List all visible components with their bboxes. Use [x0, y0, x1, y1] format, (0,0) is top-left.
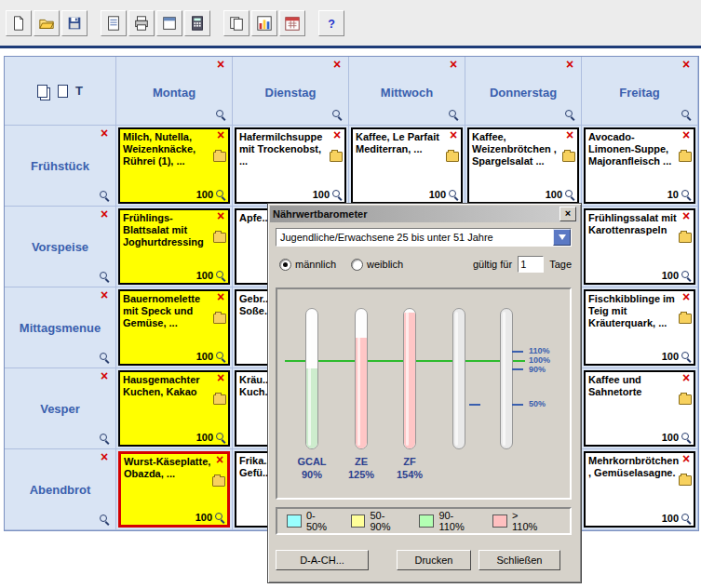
- row-header-mittagsmenue[interactable]: Mittagsmenue: [5, 287, 116, 368]
- magnifier-icon[interactable]: [681, 110, 692, 120]
- magnifier-icon[interactable]: [215, 513, 225, 523]
- edit-icon[interactable]: [562, 152, 575, 162]
- day-header-donnerstag[interactable]: Donnerstag: [465, 57, 582, 126]
- magnifier-icon[interactable]: [449, 190, 459, 200]
- chevron-down-icon[interactable]: [553, 229, 571, 246]
- dialog-titlebar[interactable]: Nährwertbarometer: [270, 206, 579, 222]
- magnifier-icon[interactable]: [681, 271, 692, 281]
- edit-icon[interactable]: [679, 314, 692, 324]
- magnifier-icon[interactable]: [100, 353, 110, 363]
- age-group-select[interactable]: Jugendliche/Erwachsene 25 bis unter 51 J…: [276, 228, 572, 247]
- day-header-mittwoch[interactable]: Mittwoch: [349, 57, 465, 126]
- edit-icon[interactable]: [213, 394, 226, 405]
- text-mode-label[interactable]: T: [75, 84, 83, 98]
- edit-icon[interactable]: [446, 152, 459, 162]
- delete-icon[interactable]: [681, 372, 692, 383]
- print-dialog-button[interactable]: Drucken: [397, 550, 471, 570]
- help-button[interactable]: ?: [318, 10, 344, 36]
- meal-cell-vorspeise-montag[interactable]: Frühlings-Blattsalat mit Joghurtdressing…: [116, 207, 233, 287]
- row-header-fruehstueck[interactable]: Frühstück: [5, 126, 116, 207]
- day-header-dienstag[interactable]: Dienstag: [233, 57, 349, 126]
- meal-cell-abendbrot-montag[interactable]: Wurst-Käseplatte, Obazda, ... 100: [116, 449, 233, 530]
- magnifier-icon[interactable]: [216, 190, 226, 200]
- edit-icon[interactable]: [679, 233, 692, 243]
- row-header-abendbrot[interactable]: Abendbrot: [5, 449, 116, 530]
- meal-cell-fruehstueck-dienstag[interactable]: Hafermilchsuppe mit Trockenobst, ... 100: [233, 126, 349, 207]
- delete-icon[interactable]: [215, 372, 226, 383]
- window-button[interactable]: [156, 10, 182, 36]
- meal-cell-fruehstueck-mittwoch[interactable]: Kaffee, Le Parfait Mediterran, ... 100: [349, 126, 465, 207]
- edit-icon[interactable]: [213, 233, 226, 243]
- delete-icon[interactable]: [681, 291, 692, 302]
- radio-female-circle[interactable]: [351, 259, 363, 271]
- magnifier-icon[interactable]: [449, 110, 459, 120]
- radio-male[interactable]: männlich: [279, 259, 336, 271]
- meal-cell-mittagsmenue-freitag[interactable]: Fischkibblinge im Teig mit Kräuterquark,…: [582, 287, 698, 368]
- magnifier-icon[interactable]: [565, 110, 575, 120]
- save-button[interactable]: [61, 10, 88, 36]
- radio-male-circle[interactable]: [279, 259, 291, 271]
- delete-icon[interactable]: [681, 129, 692, 140]
- magnifier-icon[interactable]: [100, 191, 110, 201]
- delete-icon[interactable]: [448, 59, 459, 70]
- calendar-button[interactable]: [279, 10, 305, 36]
- edit-icon[interactable]: [213, 314, 226, 324]
- magnifier-icon[interactable]: [216, 433, 226, 443]
- magnifier-icon[interactable]: [100, 514, 110, 525]
- statistics-button[interactable]: [251, 10, 277, 36]
- meal-cell-fruehstueck-montag[interactable]: Milch, Nutella, Weizenknäcke, Rührei (1)…: [116, 126, 233, 207]
- delete-icon[interactable]: [564, 59, 575, 70]
- row-header-vorspeise[interactable]: Vorspeise: [5, 207, 116, 287]
- dach-button[interactable]: D-A-CH...: [276, 550, 369, 570]
- meal-cell-fruehstueck-freitag[interactable]: Avocado-Limonen-Suppe, Majoranfleisch ..…: [582, 126, 698, 207]
- copy-button[interactable]: [223, 10, 249, 36]
- delete-icon[interactable]: [448, 129, 459, 140]
- delete-icon[interactable]: [99, 370, 110, 381]
- print-button[interactable]: [128, 10, 155, 36]
- edit-icon[interactable]: [679, 394, 692, 405]
- page-icon[interactable]: [58, 85, 68, 98]
- edit-icon[interactable]: [213, 152, 226, 162]
- radio-female[interactable]: weiblich: [351, 259, 403, 271]
- close-dialog-button[interactable]: Schließen: [479, 550, 560, 570]
- delete-icon[interactable]: [215, 210, 226, 221]
- magnifier-icon[interactable]: [100, 272, 110, 282]
- delete-icon[interactable]: [331, 129, 343, 140]
- delete-icon[interactable]: [99, 127, 110, 139]
- row-header-vesper[interactable]: Vesper: [5, 368, 116, 449]
- magnifier-icon[interactable]: [681, 433, 692, 443]
- edit-icon[interactable]: [330, 152, 343, 162]
- magnifier-icon[interactable]: [681, 514, 692, 524]
- meal-cell-mittagsmenue-montag[interactable]: Bauernomelette mit Speck und Gemüse, ...…: [116, 287, 233, 368]
- delete-icon[interactable]: [681, 453, 692, 464]
- day-header-montag[interactable]: Montag: [116, 57, 233, 126]
- magnifier-icon[interactable]: [565, 190, 575, 200]
- meal-cell-vesper-freitag[interactable]: Kaffee und Sahnetorte 100: [582, 368, 698, 449]
- corner-cell[interactable]: T: [5, 57, 116, 126]
- calculator-button[interactable]: [184, 10, 210, 36]
- delete-icon[interactable]: [564, 129, 575, 140]
- delete-icon[interactable]: [99, 451, 110, 462]
- magnifier-icon[interactable]: [100, 434, 110, 444]
- valid-days-input[interactable]: [518, 256, 544, 273]
- magnifier-icon[interactable]: [216, 110, 226, 120]
- meal-cell-vorspeise-freitag[interactable]: Frühlingssalat mit Karottenraspeln 100: [582, 207, 698, 287]
- report-button[interactable]: [101, 10, 127, 36]
- delete-icon[interactable]: [681, 210, 692, 221]
- open-button[interactable]: [34, 10, 60, 36]
- magnifier-icon[interactable]: [216, 352, 226, 362]
- delete-icon[interactable]: [215, 291, 226, 302]
- new-document-button[interactable]: [6, 10, 32, 36]
- delete-icon[interactable]: [214, 454, 225, 465]
- magnifier-icon[interactable]: [681, 352, 692, 362]
- close-icon[interactable]: [559, 207, 576, 221]
- delete-icon[interactable]: [99, 208, 110, 220]
- edit-icon[interactable]: [679, 152, 692, 162]
- edit-icon[interactable]: [212, 476, 225, 487]
- delete-icon[interactable]: [215, 129, 226, 140]
- meal-cell-fruehstueck-donnerstag[interactable]: Kaffee, Weizenbrötchen , Spargelsalat ..…: [465, 126, 582, 207]
- delete-icon[interactable]: [331, 59, 343, 70]
- delete-icon[interactable]: [215, 59, 226, 70]
- copy-pages-icon[interactable]: [37, 85, 47, 98]
- magnifier-icon[interactable]: [332, 190, 343, 200]
